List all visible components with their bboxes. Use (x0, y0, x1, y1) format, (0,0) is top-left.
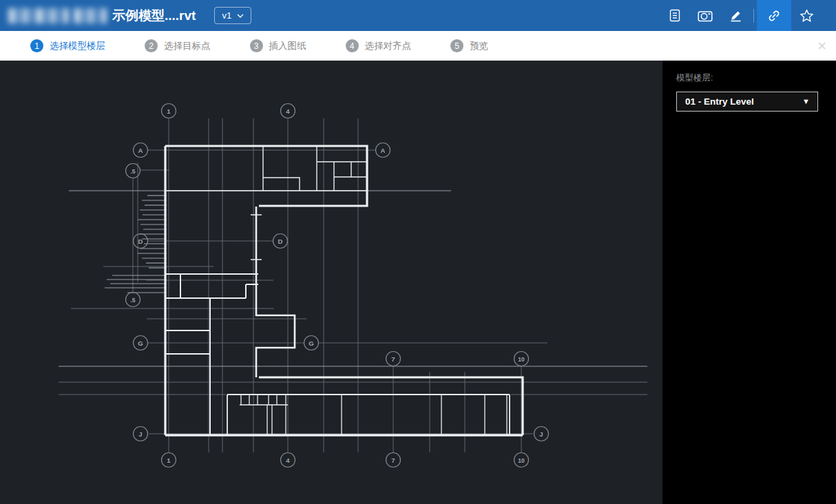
svg-text:D: D (278, 238, 283, 245)
svg-text:A: A (138, 147, 143, 154)
svg-text:10: 10 (518, 457, 525, 464)
link-icon[interactable] (757, 0, 791, 31)
step-number-badge: 3 (250, 39, 263, 52)
redacted-title-segment (8, 8, 69, 23)
level-select-value: 01 - Entry Level (685, 96, 754, 107)
toolbar-icons (660, 0, 822, 31)
model-level-label: 模型楼层: (676, 72, 836, 84)
svg-text:G: G (309, 339, 313, 347)
step-preview[interactable]: 5 预览 (450, 39, 488, 52)
step-label: 选择对齐点 (365, 40, 412, 52)
svg-text:7: 7 (391, 456, 395, 464)
step-insert-drawing[interactable]: 3 插入图纸 (250, 39, 306, 52)
step-select-model-level[interactable]: 1 选择模型楼层 (30, 39, 105, 52)
svg-text:1: 1 (167, 107, 171, 115)
step-label: 预览 (470, 40, 488, 52)
chevron-down-icon (237, 14, 244, 18)
titlebar: 示例模型....rvt v1 (0, 0, 836, 31)
step-number-badge: 5 (450, 39, 463, 52)
step-label: 选择目标点 (164, 40, 211, 52)
step-label: 选择模型楼层 (50, 40, 105, 52)
svg-text:A: A (381, 147, 386, 154)
settings-panel: 模型楼层: 01 - Entry Level ▼ (662, 61, 836, 504)
step-select-target-point[interactable]: 2 选择目标点 (145, 39, 211, 52)
step-number-badge: 2 (145, 39, 158, 52)
dropdown-arrow-icon: ▼ (802, 98, 810, 105)
svg-text:1: 1 (167, 456, 171, 464)
svg-text:4: 4 (286, 107, 290, 115)
svg-text:D: D (138, 238, 143, 245)
toolbar-divider (753, 9, 754, 23)
app-window: 示例模型....rvt v1 (0, 0, 836, 504)
markup-pencil-icon[interactable] (720, 0, 751, 31)
svg-text:G: G (138, 339, 143, 347)
svg-text:J: J (138, 430, 142, 438)
svg-text:7: 7 (391, 355, 395, 363)
svg-text:10: 10 (518, 356, 525, 363)
camera-icon[interactable] (690, 0, 720, 31)
close-icon[interactable]: × (817, 39, 826, 54)
svg-text:.5: .5 (130, 297, 135, 304)
step-select-align-point[interactable]: 4 选择对齐点 (346, 39, 412, 52)
svg-text:.5: .5 (130, 168, 135, 175)
file-title: 示例模型....rvt (112, 7, 196, 25)
version-label: v1 (222, 10, 231, 21)
step-label: 插入图纸 (269, 40, 306, 52)
redacted-title-segment (74, 8, 107, 23)
model-canvas[interactable]: 14AA.5DD.5GG710JJ14710 (0, 61, 662, 504)
step-number-badge: 1 (30, 39, 43, 52)
notes-icon[interactable] (660, 0, 690, 31)
wizard-stepper: 1 选择模型楼层 2 选择目标点 3 插入图纸 4 选择对齐点 5 预览 × (0, 31, 836, 61)
level-select[interactable]: 01 - Entry Level ▼ (676, 92, 818, 112)
floorplan-svg: 14AA.5DD.5GG710JJ14710 (0, 61, 662, 504)
svg-text:4: 4 (286, 456, 290, 464)
svg-text:J: J (539, 430, 543, 438)
version-dropdown[interactable]: v1 (214, 7, 251, 24)
step-number-badge: 4 (346, 39, 359, 52)
favorite-star-icon[interactable] (791, 0, 822, 31)
